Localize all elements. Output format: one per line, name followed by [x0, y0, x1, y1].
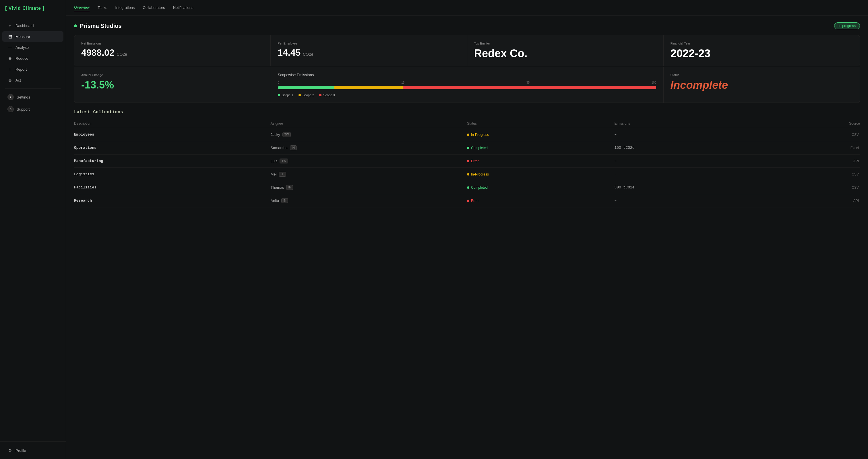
sidebar-item-settings[interactable]: i Settings	[2, 91, 63, 103]
sidebar-item-reduce[interactable]: ⊕ Reduce	[2, 53, 63, 63]
sidebar-item-act[interactable]: ⊕ Act	[2, 75, 63, 85]
sidebar-item-profile[interactable]: ⚙ Profile	[2, 445, 63, 456]
row-status: Completed	[467, 185, 614, 190]
stat-per-employee: Per Employee 14.45 CO2e	[271, 35, 467, 66]
status-dot	[467, 187, 469, 189]
avatar: TW	[280, 159, 288, 164]
sidebar: [ Vivid Climate ] ⌂ Dashboard ▤ Measure …	[0, 0, 66, 459]
act-icon: ⊕	[7, 78, 12, 83]
row-assignee: Jacky TW	[271, 132, 467, 137]
avatar: IN	[286, 185, 293, 190]
avatar: IN	[281, 198, 288, 203]
status-dot	[467, 147, 469, 149]
dashboard-icon: ⌂	[7, 23, 12, 28]
profile-icon: ⚙	[7, 448, 12, 453]
scope-2-bar	[334, 86, 402, 89]
row-description: Logistics	[74, 172, 271, 176]
stat-annual-change: Annual Change -13.5%	[74, 67, 271, 103]
table-row[interactable]: Research Anita IN Error – API	[74, 194, 860, 207]
status-dot	[467, 134, 469, 136]
sidebar-item-label: Reduce	[16, 56, 28, 61]
row-emissions: 150 tCO2e	[614, 146, 762, 150]
company-status-dot	[74, 24, 77, 27]
header-row: Prisma Studios In progress	[74, 22, 860, 29]
sidebar-nav: ⌂ Dashboard ▤ Measure — Analyse ⊕ Reduce…	[0, 17, 66, 441]
scope-legend: Scope 1 Scope 2 Scope 3	[278, 93, 656, 97]
table-row[interactable]: Manufacturing Luis TW Error – API	[74, 154, 860, 168]
row-source: CSV	[762, 185, 860, 190]
row-emissions: –	[614, 133, 762, 137]
scope-1-dot	[278, 94, 280, 96]
collections-table: Description Asignee Status Emissions Sou…	[74, 119, 860, 207]
sidebar-item-label: Measure	[16, 34, 30, 39]
table-body: Employees Jacky TW In-Progress – CSV Ope…	[74, 128, 860, 207]
top-emitter-label: Top Emitter	[474, 41, 656, 45]
row-emissions: –	[614, 159, 762, 163]
scope-1-bar	[278, 86, 335, 89]
scope-axis: 0 15 35 100	[278, 81, 656, 84]
stat-net-emissions: Net Emissions 4988.02 CO2e	[74, 35, 270, 66]
stat-status: Status Incomplete	[663, 67, 860, 103]
sidebar-divider	[5, 88, 61, 88]
table-row[interactable]: Facilities Thomas IN Completed 300 tCO2e…	[74, 181, 860, 194]
avatar: TW	[282, 132, 291, 137]
table-row[interactable]: Employees Jacky TW In-Progress – CSV	[74, 128, 860, 141]
scope-chart-title: Scopewise Emissions	[278, 73, 656, 77]
row-emissions: 300 tCO2e	[614, 185, 762, 190]
measure-icon: ▤	[7, 34, 12, 39]
top-nav: Overview Tasks Integrations Collaborator…	[66, 0, 868, 16]
sidebar-item-label: Analyse	[16, 46, 29, 50]
row-status: Completed	[467, 146, 614, 150]
status-dot	[467, 200, 469, 202]
row-description: Manufacturing	[74, 159, 271, 163]
table-header: Description Asignee Status Emissions Sou…	[74, 119, 860, 128]
status-dot	[467, 173, 469, 175]
row-assignee: Luis TW	[271, 159, 467, 164]
settings-badge: i	[7, 94, 14, 100]
sidebar-item-support[interactable]: 0 Support	[2, 104, 63, 115]
row-source: Excel	[762, 146, 860, 150]
stats-grid-bottom: Annual Change -13.5% Scopewise Emissions…	[74, 67, 860, 103]
row-status: In-Progress	[467, 133, 614, 137]
row-assignee: Mei JP	[271, 172, 467, 177]
scope-3-bar	[403, 86, 656, 89]
row-status: In-Progress	[467, 172, 614, 176]
sidebar-item-label: Report	[16, 67, 27, 71]
per-employee-value: 14.45 CO2e	[278, 48, 460, 58]
content-area: Prisma Studios In progress Net Emissions…	[66, 16, 868, 459]
sidebar-item-report[interactable]: ↑ Report	[2, 64, 63, 75]
avatar: JP	[279, 172, 286, 177]
row-description: Employees	[74, 133, 271, 137]
stat-top-emitter: Top Emitter Redex Co.	[467, 35, 663, 66]
status-dot	[467, 160, 469, 162]
sidebar-item-dashboard[interactable]: ⌂ Dashboard	[2, 20, 63, 31]
avatar: IN	[290, 145, 297, 150]
sidebar-item-measure[interactable]: ▤ Measure	[2, 31, 63, 41]
stat-financial-year: Financial Year 2022-23	[663, 35, 860, 66]
annual-change-value: -13.5%	[81, 79, 264, 91]
top-emitter-value: Redex Co.	[474, 48, 656, 60]
sidebar-item-analyse[interactable]: — Analyse	[2, 42, 63, 53]
row-description: Operations	[74, 146, 271, 150]
scope-3-legend: Scope 3	[319, 93, 335, 97]
row-emissions: –	[614, 199, 762, 203]
section-title: Latest Collections	[74, 110, 860, 115]
sidebar-bottom: ⚙ Profile	[0, 441, 66, 459]
reduce-icon: ⊕	[7, 56, 12, 61]
table-row[interactable]: Logistics Mei JP In-Progress – CSV	[74, 168, 860, 181]
tab-overview[interactable]: Overview	[74, 4, 90, 11]
financial-year-value: 2022-23	[671, 48, 853, 60]
table-row[interactable]: Operations Samantha IN Completed 150 tCO…	[74, 141, 860, 154]
tab-tasks[interactable]: Tasks	[98, 4, 107, 11]
row-description: Research	[74, 199, 271, 203]
tab-notifications[interactable]: Notifications	[173, 4, 193, 11]
tab-integrations[interactable]: Integrations	[115, 4, 135, 11]
status-value: Incomplete	[671, 79, 853, 91]
sidebar-profile-label: Profile	[16, 448, 26, 453]
tab-collaborators[interactable]: Collaborators	[143, 4, 165, 11]
scope-2-dot	[299, 94, 301, 96]
financial-year-label: Financial Year	[671, 41, 853, 45]
sidebar-item-label: Settings	[17, 95, 30, 99]
company-name: Prisma Studios	[80, 23, 122, 29]
row-assignee: Thomas IN	[271, 185, 467, 190]
